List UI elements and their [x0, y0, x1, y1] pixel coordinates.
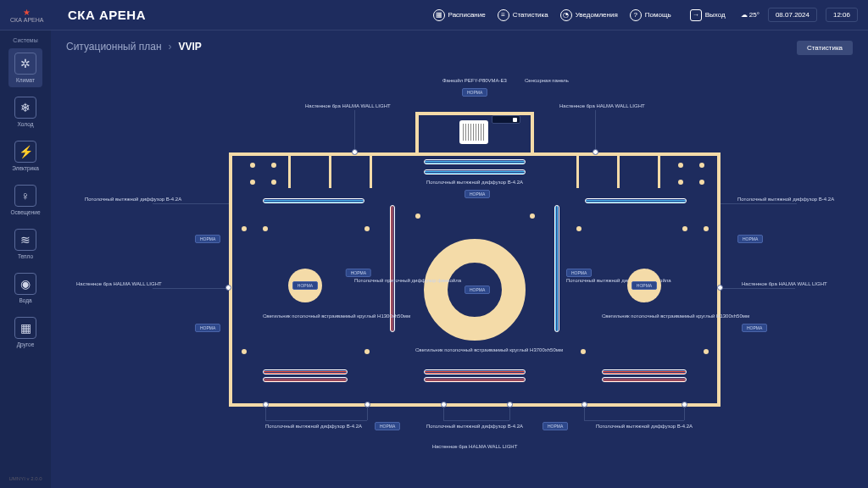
nav-exit[interactable]: →Выход: [690, 9, 726, 21]
main: Ситуационный план › VVIP Статистика Фанк…: [51, 30, 868, 488]
ceiling-lamp-large-label: Светильник потолочный встраиваемый кругл…: [415, 347, 534, 352]
fancoil-unit[interactable]: [459, 120, 488, 144]
sidebar-item-water[interactable]: ◉Вода: [8, 269, 42, 308]
logo: ★ СКА АРЕНА: [10, 8, 61, 23]
status-badge[interactable]: НОРМА: [465, 286, 490, 294]
heat-icon: ≋: [14, 229, 36, 251]
chevron-right-icon: ›: [169, 41, 172, 53]
nav-help[interactable]: ?Помощь: [630, 9, 671, 21]
status-badge[interactable]: НОРМА: [737, 235, 763, 243]
ceiling-lamp-small-l-label: Светильник потолочный встраиваемый кругл…: [263, 313, 356, 319]
diffuser-label-ext-l: Потолочный вытяжной диффузор B-4.2A: [85, 197, 212, 202]
diffuser-label-bl: Потолочный вытяжной диффузор B-4.2A: [246, 424, 381, 429]
help-icon: ?: [630, 9, 642, 21]
ceiling-lamp-small-r-label: Светильник потолочный встраиваемый кругл…: [602, 313, 695, 319]
status-badge[interactable]: НОРМА: [195, 324, 220, 332]
fan-icon: ✲: [14, 53, 36, 75]
nav-stats[interactable]: ≡Статистика: [498, 9, 548, 21]
breadcrumb-root[interactable]: Ситуационный план: [66, 41, 162, 53]
diffuser-red-h[interactable]: [602, 369, 687, 374]
status-badge[interactable]: НОРМА: [566, 269, 592, 277]
statistics-button[interactable]: Статистика: [797, 41, 853, 55]
nav-notifications[interactable]: ◔Уведомления: [560, 9, 618, 21]
bell-icon: ◔: [560, 9, 572, 21]
date: 08.07.2024: [768, 8, 817, 22]
sidebar-item-climate[interactable]: ✲Климат: [8, 48, 42, 87]
exit-icon: →: [690, 9, 702, 21]
header: ★ СКА АРЕНА СКА АРЕНА ▦Расписание ≡Стати…: [0, 0, 868, 30]
snowflake-icon: ❄: [14, 97, 36, 119]
fancoil-label: Фанкойл PEFY-P80VMA-E3: [441, 78, 509, 83]
status-badge[interactable]: НОРМА: [462, 88, 487, 97]
wall-light-label-tl: Настенное бра HALMA WALL LIGHT: [305, 103, 391, 108]
wall-light-dot[interactable]: [717, 285, 723, 291]
status-badge[interactable]: НОРМА: [346, 269, 371, 277]
ceiling-lamp-small-r[interactable]: НОРМА: [627, 269, 661, 302]
nav-schedule[interactable]: ▦Расписание: [433, 9, 486, 21]
diffuser-red-h[interactable]: [263, 377, 348, 382]
sensor-panel[interactable]: [492, 115, 520, 124]
diffuser-red-h[interactable]: [602, 377, 687, 382]
sidebar-item-heat[interactable]: ≋Тепло: [8, 225, 42, 263]
sidebar-footer: UMNYI v 2.0.0: [8, 476, 42, 481]
status-badge[interactable]: НОРМА: [742, 324, 767, 332]
diffuser-blue[interactable]: [585, 198, 687, 203]
diffuser-red-h[interactable]: [263, 369, 348, 374]
brand-title: СКА АРЕНА: [68, 8, 146, 22]
header-meta: ☁ 25° 08.07.2024 12:06: [741, 8, 858, 22]
sensor-panel-label: Сенсорная панель: [517, 78, 576, 83]
grid-icon: ▦: [14, 317, 36, 339]
diffuser-label-ext-r: Потолочный вытяжной диффузор B-4.2A: [737, 197, 865, 202]
status-badge[interactable]: НОРМА: [195, 235, 220, 243]
droplet-icon: ◉: [14, 273, 36, 295]
sidebar-item-other[interactable]: ▦Другое: [8, 313, 42, 352]
header-nav: ▦Расписание ≡Статистика ◔Уведомления ?По…: [433, 9, 726, 21]
status-badge[interactable]: НОРМА: [375, 422, 400, 430]
diffuser-label-bc: Потолочный вытяжной диффузор B-4.2A: [424, 424, 526, 429]
diffuser-red-h[interactable]: [424, 369, 526, 374]
sidebar: Системы ✲Климат ❄Холод ⚡Электрика ♀Освещ…: [0, 30, 51, 488]
wall-light-label-r: Настенное бра HALMA WALL LIGHT: [742, 281, 868, 286]
ext-diff-label: Потолочный вытяжной диффузор фанкойла: [566, 278, 614, 283]
diffuser-label-br: Потолочный вытяжной диффузор B-4.2A: [576, 424, 712, 429]
logo-star-icon: ★ СКА АРЕНА: [10, 8, 43, 23]
status-badge[interactable]: НОРМА: [542, 422, 568, 430]
breadcrumb-current: VVIP: [179, 41, 202, 53]
calendar-icon: ▦: [433, 9, 445, 21]
diffuser-label: Потолочный вытяжной диффузор B-4.2A: [424, 180, 526, 185]
floor-plan[interactable]: Фанкойл PEFY-P80VMA-E3 НОРМА Сенсорная п…: [153, 78, 800, 463]
wall-light-dot[interactable]: [225, 285, 231, 291]
ceiling-lamp-small-l[interactable]: НОРМА: [288, 269, 322, 302]
breadcrumb: Ситуационный план › VVIP: [66, 41, 853, 53]
wall-light-label-l: Настенное бра HALMA WALL LIGHT: [76, 281, 203, 286]
diffuser-blue-v[interactable]: [554, 205, 559, 332]
weather: ☁ 25°: [741, 11, 760, 19]
sidebar-category: Системы: [13, 37, 37, 43]
bolt-icon: ⚡: [14, 141, 36, 163]
bulb-icon: ♀: [14, 185, 36, 207]
chart-icon: ≡: [498, 9, 509, 21]
status-badge[interactable]: НОРМА: [465, 190, 490, 198]
sidebar-item-cold[interactable]: ❄Холод: [8, 92, 42, 131]
diffuser-blue[interactable]: [263, 198, 364, 203]
diffuser-blue[interactable]: [424, 169, 526, 175]
wall-light-label-b: Настенное бра HALMA WALL LIGHT: [424, 444, 526, 449]
wall-light-dot[interactable]: [352, 149, 358, 155]
diffuser-red-h[interactable]: [424, 377, 526, 382]
sidebar-item-electric[interactable]: ⚡Электрика: [8, 136, 42, 175]
sidebar-item-lighting[interactable]: ♀Освещение: [8, 180, 42, 219]
wall-light-dot[interactable]: [593, 149, 598, 155]
supply-diff-label: Потолочный приточный диффузор фанкойла: [354, 278, 402, 283]
wall-light-label-tr: Настенное бра HALMA WALL LIGHT: [559, 103, 645, 108]
time: 12:06: [826, 8, 858, 22]
diffuser-blue[interactable]: [424, 159, 526, 164]
